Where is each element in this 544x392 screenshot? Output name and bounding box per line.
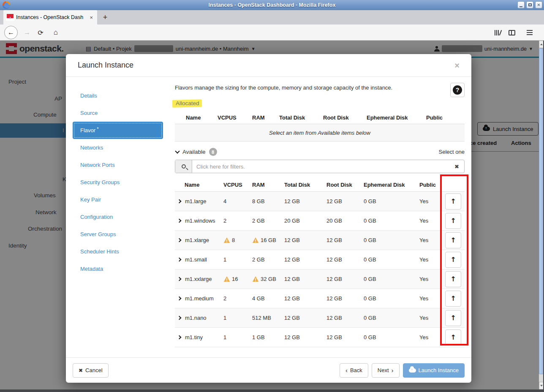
filter-clear-icon[interactable]: ✖ <box>449 163 464 170</box>
collapse-chevron-icon[interactable] <box>175 149 180 153</box>
wizard-nav-item-scheduler-hints[interactable]: Scheduler Hints <box>73 243 175 260</box>
allocate-flavor-button[interactable]: ↑ <box>445 252 461 268</box>
expand-chevron-icon[interactable] <box>177 335 182 340</box>
wizard-nav-item-configuration[interactable]: Configuration <box>73 208 175 226</box>
ephemeral-disk-cell: 0 GB <box>364 256 419 263</box>
back-button[interactable]: ← <box>3 24 19 41</box>
up-arrow-icon: ↑ <box>450 314 456 322</box>
column-header: Root Disk <box>323 114 367 121</box>
ephemeral-disk-cell: 0 GB <box>364 334 419 340</box>
allocate-flavor-button[interactable]: ↑ <box>445 329 461 346</box>
tab-instances[interactable]: Instances - OpenStack Dash × <box>3 10 97 24</box>
warning-icon <box>252 276 259 282</box>
browser-toolbar: ← → ⟳ ⌂ i https://portal.bw-cloud.org/pr… <box>0 24 544 41</box>
expand-chevron-icon[interactable] <box>177 316 182 320</box>
launch-instance-button[interactable]: ↑ Launch Instance <box>403 363 465 378</box>
filter-search-button[interactable] <box>175 160 192 173</box>
expand-chevron-icon[interactable] <box>177 238 182 242</box>
firefox-icon <box>3 1 10 9</box>
ephemeral-disk-cell: 0 GB <box>364 315 419 321</box>
wizard-nav-item-source[interactable]: Source <box>73 104 175 122</box>
help-button[interactable]: ? <box>450 83 465 97</box>
allocate-flavor-button[interactable]: ↑ <box>445 271 461 287</box>
wizard-nav-item-details[interactable]: Details <box>73 87 175 104</box>
close-window-button[interactable]: ✕ <box>535 1 542 8</box>
flavor-row: m1.xlarge 8 16 GB 12 GB 12 GB 0 GB Yes ↑ <box>175 231 465 250</box>
column-header: Ephemeral Disk <box>364 182 419 188</box>
allocated-table-header: NameVCPUSRAMTotal DiskRoot DiskEphemeral… <box>175 111 465 124</box>
column-header: Public <box>419 182 442 188</box>
expand-chevron-icon[interactable] <box>177 258 182 262</box>
openstack-favicon <box>7 14 14 21</box>
modal-close-icon[interactable]: × <box>454 61 460 70</box>
allocated-empty-message: Select an item from Available items belo… <box>175 124 465 142</box>
back-button-modal[interactable]: ‹ Back <box>340 363 368 378</box>
vcpus-cell: 4 <box>223 198 252 204</box>
public-cell: Yes <box>419 334 442 340</box>
allocate-flavor-button[interactable]: ↑ <box>445 193 461 210</box>
root-disk-cell: 12 GB <box>326 237 364 243</box>
home-button[interactable]: ⌂ <box>50 24 62 41</box>
ram-cell: 8 GB <box>252 198 284 204</box>
vcpus-cell: 1 <box>223 334 252 340</box>
allocate-flavor-button[interactable]: ↑ <box>445 232 461 248</box>
allocate-flavor-button[interactable]: ↑ <box>445 213 461 229</box>
flavor-row: m1.nano 1 512 MB 12 GB 12 GB 0 GB Yes ↑ <box>175 308 465 328</box>
ephemeral-disk-cell: 0 GB <box>364 237 419 243</box>
select-one-hint: Select one <box>439 149 465 155</box>
warning-icon <box>223 276 230 282</box>
maximize-button[interactable] <box>526 1 533 8</box>
chevron-right-icon: › <box>392 367 394 373</box>
expand-chevron-icon[interactable] <box>177 199 182 204</box>
expand-chevron-icon[interactable] <box>177 219 182 223</box>
flavor-description: Flavors manage the sizing for the comput… <box>175 83 392 91</box>
wizard-nav-item-network-ports[interactable]: Network Ports <box>73 156 175 174</box>
wizard-nav-item-networks[interactable]: Networks <box>73 139 175 156</box>
column-header: Ephemeral Disk <box>367 114 426 121</box>
library-icon[interactable] <box>492 24 503 41</box>
available-table: m1.large 4 8 GB 12 GB 12 GB 0 GB Yes ↑ m… <box>175 192 465 347</box>
vcpus-cell: 1 <box>223 256 252 263</box>
tab-close-icon[interactable]: × <box>89 14 94 21</box>
forward-button[interactable]: → <box>21 24 33 41</box>
flavor-name: m1.windows <box>185 218 215 224</box>
up-arrow-icon: ↑ <box>450 294 456 302</box>
window-frame <box>0 389 544 392</box>
total-disk-cell: 12 GB <box>284 315 326 321</box>
next-button[interactable]: Next › <box>372 363 400 378</box>
allocate-flavor-button[interactable]: ↑ <box>445 310 461 326</box>
new-tab-button[interactable]: + <box>100 12 111 23</box>
wizard-nav-item-server-groups[interactable]: Server Groups <box>73 226 175 243</box>
expand-chevron-icon[interactable] <box>177 297 182 301</box>
flavor-name: m1.tiny <box>185 334 203 340</box>
ram-cell: 512 MB <box>252 315 284 321</box>
modal-title: Launch Instance <box>78 61 133 70</box>
up-arrow-icon: ↑ <box>450 333 456 341</box>
up-arrow-icon: ↑ <box>450 256 456 264</box>
menu-hamburger-icon[interactable] <box>524 24 536 41</box>
flavor-name: m1.small <box>185 256 207 263</box>
column-header: VCPUS <box>223 182 252 188</box>
wizard-nav-item-metadata[interactable]: Metadata <box>73 260 175 278</box>
sidebars-icon[interactable] <box>506 24 518 41</box>
ram-cell: 2 GB <box>252 256 284 263</box>
expand-chevron-icon[interactable] <box>177 277 182 281</box>
total-disk-cell: 12 GB <box>284 276 326 282</box>
cancel-button[interactable]: ✖ Cancel <box>73 363 109 378</box>
ram-cell: 2 GB <box>252 218 284 224</box>
column-header: VCPUS <box>218 114 252 121</box>
column-header: Public <box>426 114 465 121</box>
ephemeral-disk-cell: 0 GB <box>364 276 419 282</box>
wizard-nav-item-key-pair[interactable]: Key Pair <box>73 191 175 208</box>
filter-input[interactable] <box>192 163 449 170</box>
ephemeral-disk-cell: 0 GB <box>364 198 419 204</box>
wizard-nav-item-security-groups[interactable]: Security Groups <box>73 174 175 191</box>
minimize-button[interactable] <box>517 1 525 8</box>
reload-button[interactable]: ⟳ <box>35 24 46 41</box>
allocate-flavor-button[interactable]: ↑ <box>445 291 461 307</box>
wizard-nav-item-flavor[interactable]: Flavor* <box>73 122 163 139</box>
vcpus-cell: 8 <box>223 237 252 243</box>
launch-instance-modal: Launch Instance × Details Source Flavor*… <box>66 54 471 383</box>
x-icon: ✖ <box>79 368 83 373</box>
root-disk-cell: 12 GB <box>326 315 364 321</box>
